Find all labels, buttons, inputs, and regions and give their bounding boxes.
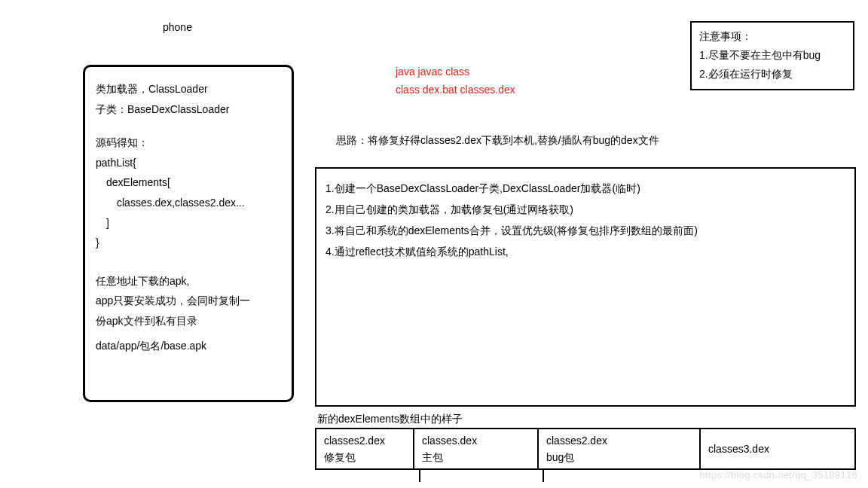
compile-flow: java javac class class dex.bat classes.d…: [396, 63, 515, 99]
code-l1: 源码得知：: [96, 133, 281, 153]
cell0-b: 修复包: [324, 449, 405, 465]
steps-box: 1.创建一个BaseDexClassLoader子类,DexClassLoade…: [315, 167, 856, 407]
phone-title: phone: [163, 21, 192, 33]
apk-l3: 份apk文件到私有目录: [96, 311, 281, 331]
note-l3: 2.必须在运行时修复: [699, 65, 845, 84]
note-l1: 注意事项：: [699, 27, 845, 46]
array-cell-3: classes3.dex: [699, 428, 856, 470]
phone-box: 类加载器，ClassLoader 子类：BaseDexClassLoader 源…: [83, 65, 294, 402]
cell2-b: bug包: [546, 449, 692, 465]
classloader-line1: 类加载器，ClassLoader: [96, 79, 281, 99]
step-4: 4.通过reflect技术赋值给系统的pathList,: [326, 241, 845, 262]
cell0-a: classes2.dex: [324, 432, 405, 449]
idea-text: 思路：将修复好得classes2.dex下载到本机,替换/插队有bug的dex文…: [336, 134, 659, 148]
cell3-a: classes3.dex: [708, 441, 847, 457]
apk-block: 任意地址下载的apk, app只要安装成功，会同时复制一 份apk文件到私有目录…: [96, 271, 281, 355]
red-l1: java javac class: [396, 63, 515, 81]
tick-1: [419, 470, 420, 482]
code-l4: classes.dex,classes2.dex...: [96, 193, 281, 213]
array-cell-2: classes2.dex bug包: [537, 428, 699, 470]
code-l3: dexElements[: [96, 172, 281, 193]
array-cell-0: classes2.dex 修复包: [315, 428, 413, 470]
watermark: https://blog.csdn.net/qq_35189116: [700, 469, 857, 480]
apk-l2: app只要安装成功，会同时复制一: [96, 291, 281, 311]
code-l5: ]: [96, 213, 281, 233]
cell1-a: classes.dex: [422, 432, 530, 449]
step-2: 2.用自己创建的类加载器，加载修复包(通过网络获取): [326, 199, 845, 220]
dex-elements-array: classes2.dex 修复包 classes.dex 主包 classes2…: [315, 428, 856, 470]
notice-box: 注意事项： 1.尽量不要在主包中有bug 2.必须在运行时修复: [690, 21, 854, 90]
cell2-a: classes2.dex: [546, 432, 692, 449]
red-l2: class dex.bat classes.dex: [396, 81, 515, 99]
array-cell-1: classes.dex 主包: [413, 428, 537, 470]
note-l2: 1.尽量不要在主包中有bug: [699, 46, 845, 65]
step-3: 3.将自己和系统的dexElements合并，设置优先级(将修复包排序到数组的最…: [326, 220, 845, 241]
code-l2: pathList{: [96, 153, 281, 173]
code-l6: }: [96, 233, 281, 253]
array-label: 新的dexElements数组中的样子: [317, 413, 463, 426]
classloader-line2: 子类：BaseDexClassLoader: [96, 99, 281, 120]
apk-l1: 任意地址下载的apk,: [96, 271, 281, 291]
source-code-block: 源码得知： pathList{ dexElements[ classes.dex…: [96, 133, 281, 253]
apk-l4: data/app/包名/base.apk: [96, 336, 281, 356]
cell1-b: 主包: [422, 449, 530, 465]
step-1: 1.创建一个BaseDexClassLoader子类,DexClassLoade…: [326, 178, 845, 199]
tick-2: [542, 470, 544, 482]
